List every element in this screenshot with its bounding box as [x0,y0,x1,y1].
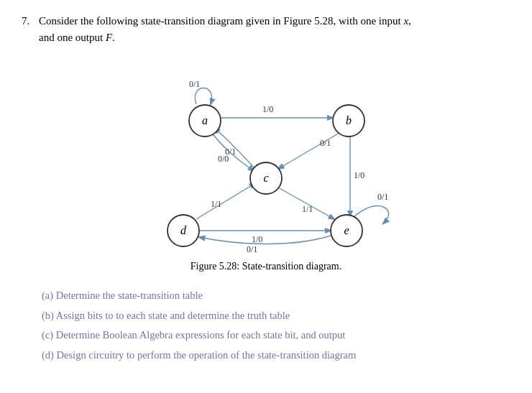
question-container: 7. Consider the following state-transiti… [22,13,510,45]
part-b-text: Assign bits to to each state and determi… [56,310,290,321]
diagram-svg: 0/1 1/0 0/1 0/1 0/0 1/1 1/1 1/0 [111,52,421,256]
part-d: (d) Design circuitry to perform the oper… [42,346,510,364]
svg-text:0/0: 0/0 [218,154,229,164]
part-a-text: Determine the state-transition table [56,290,203,301]
question-body: Consider the following state-transition … [39,13,510,45]
svg-text:a: a [202,114,208,126]
part-d-text: Design circuitry to perform the operatio… [57,349,357,361]
svg-text:e: e [344,224,349,236]
part-c-text: Determine Boolean Algebra expressions fo… [56,329,346,341]
svg-text:b: b [346,114,352,126]
svg-text:1/1: 1/1 [211,199,221,209]
svg-text:1/0: 1/0 [252,234,262,244]
part-a: (a) Determine the state-transition table [42,287,510,305]
diagram-container: 0/1 1/0 0/1 0/1 0/0 1/1 1/1 1/0 [22,52,510,282]
svg-text:0/1: 0/1 [189,79,200,89]
figure-caption: Figure 5.28: State-transition diagram. [191,261,341,272]
svg-line-3 [278,131,343,169]
svg-text:c: c [263,172,268,184]
svg-text:d: d [180,224,187,236]
question-number: 7. [22,13,35,45]
svg-text:0/1: 0/1 [247,244,257,254]
part-d-label: (d) [42,349,54,361]
part-b: (b) Assign bits to to each state and det… [42,307,510,325]
svg-text:1/1: 1/1 [302,204,313,214]
svg-text:1/0: 1/0 [262,104,273,114]
svg-line-9 [278,188,334,219]
svg-text:0/1: 0/1 [377,192,388,202]
part-c: (c) Determine Boolean Algebra expression… [42,326,510,344]
svg-text:1/0: 1/0 [354,170,364,180]
svg-text:0/1: 0/1 [320,138,331,148]
svg-line-7 [196,183,255,219]
part-b-label: (b) [42,310,54,321]
parts-list: (a) Determine the state-transition table… [42,287,510,364]
part-a-label: (a) [42,290,53,301]
part-c-label: (c) [42,329,53,341]
